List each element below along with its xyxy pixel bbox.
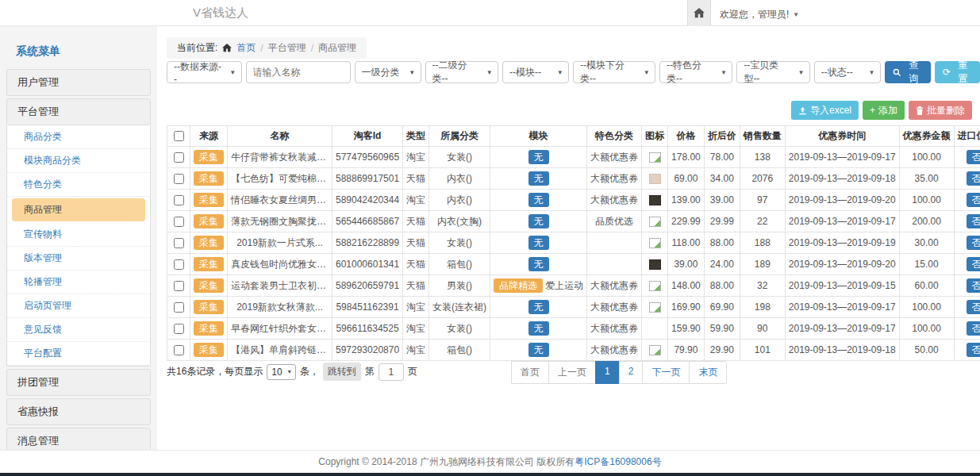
- column-header: 折后价: [704, 126, 740, 147]
- imported-toggle[interactable]: 否: [967, 193, 980, 207]
- filter-select[interactable]: 一级分类 ▾: [355, 61, 421, 83]
- filter-select[interactable]: --模块-- ▾: [502, 61, 569, 83]
- taoke-id: 565446685867: [332, 211, 403, 232]
- thumbnail-image: [649, 195, 661, 205]
- add-button[interactable]: + 添加: [863, 101, 905, 120]
- imported-toggle[interactable]: 否: [967, 214, 980, 228]
- thumbnail-cell: [642, 190, 668, 211]
- filter-select[interactable]: --模块下分类-- ▾: [573, 61, 655, 83]
- filter-select[interactable]: --状态-- ▾: [814, 61, 881, 83]
- sidebar-group-platform[interactable]: 平台管理: [6, 98, 151, 125]
- feature-category: 大额优惠券: [587, 297, 642, 318]
- price: 39.00: [668, 254, 705, 275]
- sidebar-item[interactable]: 商品管理: [12, 198, 145, 221]
- product-category: 女装(): [429, 147, 490, 168]
- sidebar-item[interactable]: 模块商品分类: [7, 149, 150, 173]
- discount-price: 69.90: [704, 297, 740, 318]
- sidebar-group-users[interactable]: 用户管理: [6, 69, 151, 96]
- coupon-time: 2019-09-13—2019-09-18: [785, 340, 899, 361]
- data-source-select[interactable]: --数据来源-- ▾: [167, 61, 242, 83]
- page-button[interactable]: 首页: [511, 361, 549, 384]
- product-name: 运动套装男士卫衣初秋...: [228, 275, 332, 297]
- import-excel-button[interactable]: 导入excel: [791, 101, 859, 120]
- module-cell: 无: [490, 254, 587, 275]
- row-checkbox[interactable]: [174, 238, 184, 248]
- row-checkbox[interactable]: [174, 345, 184, 355]
- filter-select[interactable]: --特色分类-- ▾: [659, 61, 732, 83]
- user-menu[interactable]: 欢迎您，管理员! ▼: [720, 8, 799, 21]
- sidebar-group[interactable]: 省惠快报: [6, 398, 151, 425]
- row-checkbox[interactable]: [174, 324, 184, 334]
- row-checkbox[interactable]: [174, 152, 184, 163]
- table-row: 采集 薄款无钢圈文胸聚拢性... 565446685867 天猫 内衣(文胸) …: [167, 211, 980, 232]
- breadcrumb: 当前位置: 首页 / 平台管理 / 商品管理: [167, 37, 367, 59]
- imported-toggle[interactable]: 否: [967, 257, 980, 271]
- sidebar-item[interactable]: 宣传物料: [7, 223, 150, 247]
- sidebar-item[interactable]: 意见反馈: [7, 318, 150, 342]
- name-search-input[interactable]: [246, 61, 351, 83]
- select-all-checkbox[interactable]: [174, 131, 184, 141]
- module-cell: 无: [490, 190, 587, 211]
- sidebar-group[interactable]: 拼团管理: [6, 369, 151, 396]
- row-checkbox[interactable]: [174, 281, 184, 291]
- coupon-amount: 50.00: [899, 340, 954, 361]
- page-button[interactable]: 1: [595, 361, 620, 384]
- product-category: 女装(): [429, 318, 490, 340]
- taoke-id: 598451162391: [332, 297, 403, 318]
- thumbnail-cell: [642, 254, 668, 275]
- product-type: 天猫: [403, 254, 429, 275]
- bulk-delete-button[interactable]: 批量删除: [909, 101, 972, 120]
- breadcrumb-home-link[interactable]: 首页: [236, 41, 256, 55]
- records-summary: 共16条记录，每页显示: [167, 365, 263, 378]
- page-button[interactable]: 上一页: [548, 361, 596, 384]
- imported-toggle[interactable]: 否: [967, 300, 980, 314]
- imported-toggle[interactable]: 否: [967, 278, 980, 293]
- select-caret-icon: ▾: [644, 68, 648, 76]
- reset-button[interactable]: ⟳ 重置: [935, 61, 980, 83]
- price: 69.00: [668, 168, 705, 190]
- breadcrumb-home-icon: [222, 44, 232, 52]
- coupon-time: 2019-09-13—2019-09-15: [785, 275, 899, 297]
- thumbnail-cell: [642, 147, 668, 168]
- sidebar-group[interactable]: 消息管理: [6, 428, 151, 450]
- jump-button[interactable]: 跳转到: [323, 363, 361, 381]
- product-category: 女装(): [429, 232, 490, 254]
- page-number-input[interactable]: [379, 363, 404, 381]
- thumbnail-image: [649, 345, 661, 355]
- row-checkbox[interactable]: [174, 174, 184, 184]
- sales-count: 22: [740, 211, 785, 232]
- coupon-amount: 100.00: [899, 297, 954, 318]
- module-cell: 无: [490, 211, 587, 232]
- module-cell: 品牌精选爱上运动: [490, 275, 587, 297]
- row-checkbox[interactable]: [174, 217, 184, 227]
- column-header: 名称: [228, 126, 332, 147]
- product-type: 淘宝: [403, 297, 429, 318]
- taoke-id: 577479560965: [332, 147, 403, 168]
- imported-toggle[interactable]: 否: [967, 236, 980, 250]
- imported-toggle[interactable]: 否: [967, 343, 980, 357]
- sidebar-item[interactable]: 商品分类: [7, 125, 150, 149]
- row-checkbox[interactable]: [174, 259, 184, 270]
- sales-count: 32: [740, 275, 785, 297]
- table-row: 采集 运动套装男士卫衣初秋... 589620659791 天猫 男装() 品牌…: [167, 275, 980, 297]
- page-button[interactable]: 末页: [689, 361, 727, 384]
- search-button[interactable]: 查询: [885, 61, 931, 83]
- feature-category: 大额优惠券: [587, 318, 642, 340]
- row-checkbox[interactable]: [174, 195, 184, 205]
- sidebar-item[interactable]: 特色分类: [7, 173, 150, 197]
- icp-link[interactable]: 粤ICP备16098006号: [575, 455, 661, 469]
- imported-toggle[interactable]: 否: [967, 171, 980, 186]
- filter-select[interactable]: --二级分类-- ▾: [425, 61, 498, 83]
- imported-toggle[interactable]: 否: [967, 150, 980, 164]
- sidebar-item[interactable]: 启动页管理: [7, 294, 150, 318]
- home-button[interactable]: [687, 0, 711, 26]
- sidebar-item[interactable]: 版本管理: [7, 247, 150, 271]
- row-checkbox[interactable]: [174, 302, 184, 313]
- filter-select[interactable]: --宝贝类型-- ▾: [736, 61, 809, 83]
- page-button[interactable]: 下一页: [642, 361, 690, 384]
- per-page-select[interactable]: 10 ▾: [267, 364, 295, 380]
- imported-toggle[interactable]: 否: [967, 321, 980, 336]
- sidebar-item[interactable]: 轮播管理: [7, 271, 150, 294]
- page-button[interactable]: 2: [619, 361, 644, 384]
- sidebar-item[interactable]: 平台配置: [7, 342, 150, 366]
